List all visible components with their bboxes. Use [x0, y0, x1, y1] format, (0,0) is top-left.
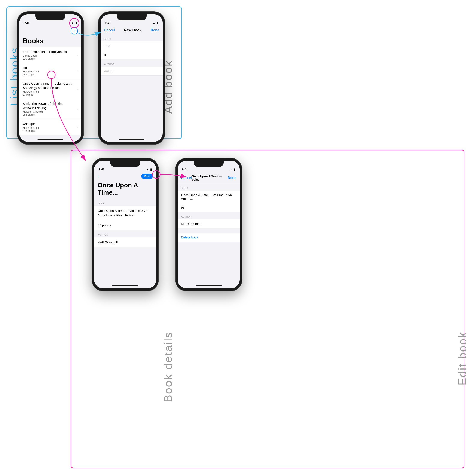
book2-title: Toll — [23, 66, 75, 70]
phone4-home-bar — [196, 285, 221, 286]
pages-field[interactable]: 0 — [101, 51, 163, 59]
phone4-title-field[interactable]: Once Upon A Time — Volume 2: An Anthol..… — [178, 190, 240, 203]
phone3-author-label: AUTHOR — [94, 230, 156, 237]
detail-to-edit-arrow — [137, 171, 201, 184]
wifi-icon: ▲ — [152, 21, 155, 25]
svg-point-3 — [48, 71, 55, 79]
phone3-author-section: Matt Gemmell — [94, 237, 156, 247]
phone4-pages-value[interactable]: 93 — [178, 203, 240, 212]
phone3-home-bar — [112, 285, 138, 286]
phone3-pages: 93 pages — [94, 220, 156, 230]
phone3-book-section: Once Upon A Time — Volume 2: An Antholog… — [94, 206, 156, 230]
list-item[interactable]: The Temptation of Forgiveness Donna Leon… — [19, 47, 81, 63]
battery-icon: ▮ — [234, 168, 236, 171]
chevron-icon: › — [77, 53, 78, 57]
phone4-book-label: BOOK — [178, 183, 240, 190]
back-button[interactable]: ‹ — [98, 174, 99, 178]
phone1-time: 9:41 — [23, 21, 30, 25]
phone3-notch — [110, 161, 140, 167]
modal-title: New Book — [124, 28, 142, 32]
book1-author: Donna Leon — [23, 54, 75, 57]
phone3-full-title: Once Upon A Time — Volume 2: An Antholog… — [94, 206, 156, 220]
title-placeholder[interactable]: Title — [101, 41, 163, 50]
phone4-author-field[interactable]: Matt Gemmell — [178, 219, 240, 228]
book-details-label: Book details — [162, 331, 174, 402]
edit-book-label: Edit book — [456, 331, 469, 386]
author-section-label: AUTHOR — [101, 59, 163, 67]
title-field[interactable]: Title — [101, 41, 163, 51]
wifi-icon: ▲ — [229, 168, 233, 171]
delete-book-button[interactable]: Delete book — [178, 233, 240, 242]
phone3-author: Matt Gemmell — [94, 237, 156, 247]
add-book-arrow — [60, 13, 113, 38]
phone4-title-value[interactable]: Once Upon A Time — Volume 2: An Anthol..… — [178, 190, 240, 203]
svg-point-1 — [70, 18, 79, 28]
done-button[interactable]: Done — [151, 28, 159, 32]
phone4-notch — [194, 161, 224, 167]
list-to-detail-arrow — [43, 70, 128, 173]
phone2-notch — [117, 14, 146, 20]
phone1-notch — [35, 14, 65, 20]
phone4-status-icons: ▲ ▮ — [229, 168, 236, 171]
phone4-author-label: AUTHOR — [178, 212, 240, 219]
phone2-status-icons: ▲ ▮ — [152, 21, 158, 25]
phone4-pages-field[interactable]: 93 — [178, 203, 240, 212]
book1-pages: 320 pages — [23, 57, 75, 60]
book1-title: The Temptation of Forgiveness — [23, 50, 75, 54]
phone3-book-label: BOOK — [94, 199, 156, 206]
svg-point-5 — [152, 171, 160, 178]
battery-icon: ▮ — [157, 21, 158, 25]
edit-done-button[interactable]: Done — [228, 176, 236, 180]
pages-value[interactable]: 0 — [101, 51, 163, 59]
phone4-author-value[interactable]: Matt Gemmell — [178, 219, 240, 228]
book1-info: The Temptation of Forgiveness Donna Leon… — [23, 50, 75, 60]
